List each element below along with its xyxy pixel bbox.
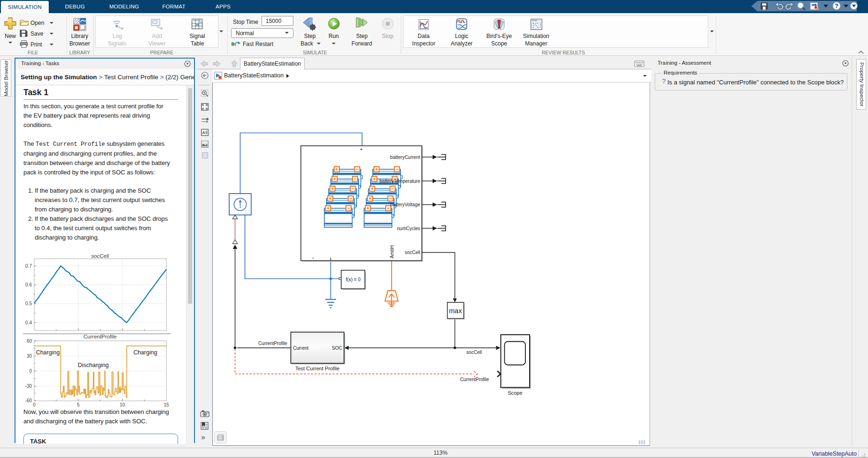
svg-text:SOC: SOC (332, 345, 342, 351)
svg-text:15: 15 (164, 402, 169, 407)
svg-text:0: 0 (33, 402, 36, 407)
svg-text:f(x) = 0: f(x) = 0 (346, 277, 361, 282)
svg-text:CurrentProfile: CurrentProfile (460, 377, 489, 382)
svg-text:0.5: 0.5 (25, 301, 32, 306)
svg-text:AmbH: AmbH (389, 245, 395, 258)
svg-text:socCell: socCell (405, 250, 420, 255)
svg-text:Charging: Charging (134, 349, 157, 356)
svg-text:60: 60 (27, 338, 32, 344)
svg-text:0.7: 0.7 (25, 263, 32, 269)
svg-text:+: + (360, 147, 363, 152)
svg-text:Test Current Profile: Test Current Profile (295, 366, 339, 371)
svg-text:Charging: Charging (36, 349, 60, 356)
svg-text:0.4: 0.4 (25, 320, 32, 325)
svg-text:batteryVoltage: batteryVoltage (390, 202, 420, 207)
svg-text:socCell: socCell (466, 350, 482, 355)
svg-text:Discharging: Discharging (78, 362, 109, 368)
svg-text:0: 0 (29, 368, 32, 374)
svg-text:10: 10 (120, 402, 125, 407)
svg-text:-60: -60 (25, 398, 32, 403)
svg-text:30: 30 (27, 353, 32, 359)
svg-text:batteryTemperature: batteryTemperature (380, 179, 420, 184)
svg-text:CurrentProfile: CurrentProfile (83, 334, 117, 339)
svg-text:socCell: socCell (91, 253, 109, 259)
svg-text:Scope: Scope (508, 390, 522, 396)
svg-text:batteryCurrent: batteryCurrent (390, 155, 420, 160)
svg-text:CurrentProfile: CurrentProfile (258, 341, 287, 346)
svg-text:numCycles: numCycles (397, 226, 420, 231)
svg-text:?: ? (835, 3, 838, 9)
svg-text:Current: Current (293, 345, 309, 351)
svg-text:max: max (449, 307, 462, 315)
svg-text:0.6: 0.6 (25, 282, 32, 287)
svg-text:-30: -30 (25, 383, 32, 389)
svg-text:5: 5 (77, 402, 80, 407)
svg-text:A: A (202, 130, 205, 135)
